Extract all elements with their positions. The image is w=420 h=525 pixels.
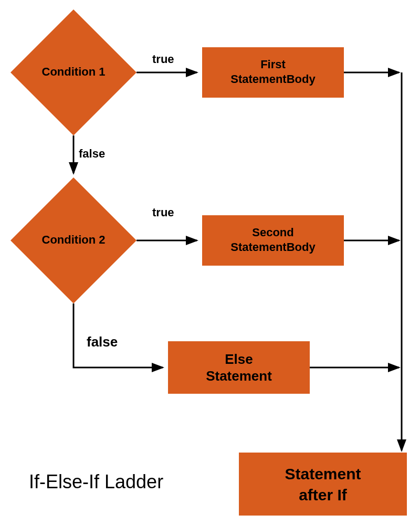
condition-1-label: Condition 1: [42, 65, 106, 78]
else-line2: Statement: [206, 368, 272, 384]
condition-1-node: Condition 1: [10, 9, 136, 135]
after-line1: Statement: [285, 465, 361, 482]
label-true-2: true: [152, 206, 174, 219]
else-line1: Else: [225, 351, 253, 367]
after-line2: after If: [299, 486, 348, 503]
first-statement-line2: StatementBody: [230, 72, 316, 86]
first-statement-node: First StatementBody: [202, 47, 344, 98]
first-statement-line1: First: [260, 58, 286, 71]
label-false-1: false: [79, 147, 105, 160]
else-statement-node: Else Statement: [168, 341, 310, 394]
label-false-2: false: [87, 334, 118, 350]
condition-2-label: Condition 2: [42, 233, 106, 246]
second-statement-line2: StatementBody: [230, 240, 316, 254]
condition-2-node: Condition 2: [10, 177, 136, 303]
diagram-title: If-Else-If Ladder: [29, 471, 163, 492]
label-true-1: true: [152, 52, 174, 66]
second-statement-line1: Second: [252, 226, 293, 239]
statement-after-if-node: Statement after If: [239, 453, 407, 516]
second-statement-node: Second StatementBody: [202, 215, 344, 266]
svg-rect-5: [239, 453, 407, 516]
